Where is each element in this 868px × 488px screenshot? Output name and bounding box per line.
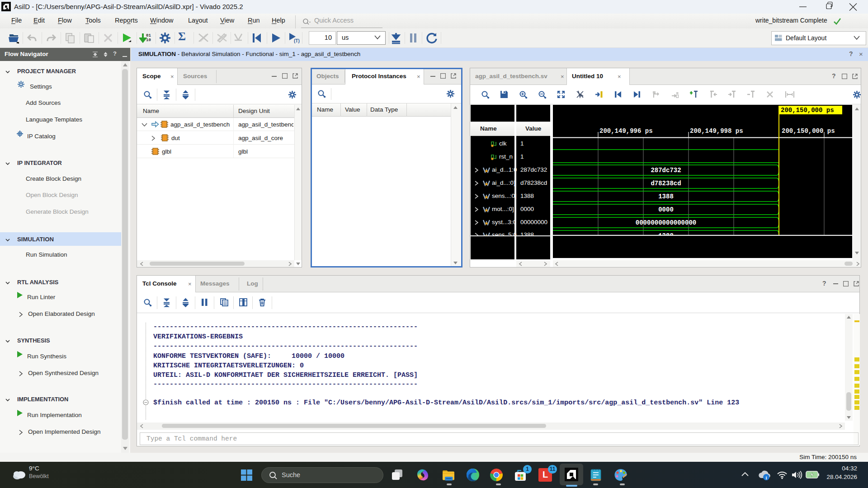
svg-text:d78238cd: d78238cd — [651, 180, 681, 187]
svg-text:(T): (T) — [294, 38, 300, 43]
svg-text:200,150,000 ps: 200,150,000 ps — [782, 127, 835, 135]
svg-text:200,150,000 ps: 200,150,000 ps — [781, 107, 834, 114]
svg-text:0000000000000000: 0000000000000000 — [636, 219, 696, 226]
svg-text:287dc732: 287dc732 — [651, 167, 681, 174]
svg-text:01: 01 — [146, 33, 151, 38]
svg-text:10: 10 — [146, 38, 151, 42]
svg-text:200,149,996 ps: 200,149,996 ps — [599, 127, 653, 135]
svg-text:1388: 1388 — [658, 193, 674, 200]
svg-text:i: i — [765, 475, 767, 480]
svg-text:200,149,998 ps: 200,149,998 ps — [690, 127, 743, 135]
svg-text:0000: 0000 — [658, 206, 674, 213]
